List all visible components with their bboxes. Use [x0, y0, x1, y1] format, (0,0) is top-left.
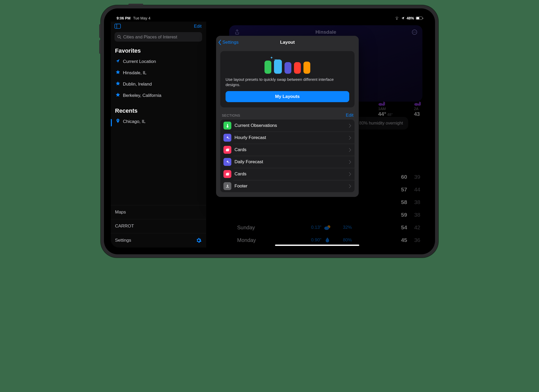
battery-pct: 48%: [407, 16, 414, 20]
humidity-text: 80% humidity overnight: [359, 121, 403, 126]
sidebar-item-current-location[interactable]: Current Location: [111, 56, 206, 67]
star-icon: [116, 81, 120, 87]
cloud-moon-icon: [378, 101, 385, 106]
hour-item: 1AM 44°48°: [378, 101, 405, 117]
back-button[interactable]: Settings: [218, 36, 238, 49]
section-footer[interactable]: Footer: [220, 180, 355, 192]
sidebar-item-favorite[interactable]: Hinsdale, IL: [111, 67, 206, 78]
svg-point-6: [414, 32, 415, 33]
location-icon: [401, 16, 405, 20]
section-current-observations[interactable]: Current Observations: [220, 120, 355, 132]
section-cards[interactable]: Cards: [220, 168, 355, 180]
sidebar-item-maps[interactable]: Maps: [111, 205, 206, 219]
section-cards[interactable]: Cards: [220, 144, 355, 156]
preset-swatch-green: [264, 61, 271, 74]
chevron-right-icon: [349, 148, 351, 152]
search-input[interactable]: Cities and Places of Interest: [114, 32, 202, 42]
recents-list: Chicago, IL: [111, 116, 206, 132]
cards-icon: [223, 146, 231, 154]
hardware-button: [99, 40, 101, 54]
rain-icon: [325, 237, 330, 243]
svg-rect-0: [115, 24, 121, 28]
layout-popover: Settings Layout ✦ ⎯: [216, 36, 359, 197]
download-icon: [223, 182, 231, 190]
chevron-right-icon: [349, 124, 351, 128]
svg-point-10: [414, 103, 418, 106]
row-label: Hourly Forecast: [234, 135, 346, 140]
sidebar-item-carrot[interactable]: CARROT: [111, 219, 206, 233]
sidebar-item-settings[interactable]: Settings: [111, 233, 206, 247]
svg-point-12: [324, 226, 329, 230]
daily-row: 5838: [235, 196, 422, 209]
svg-line-3: [120, 38, 121, 39]
hardware-button: [128, 4, 143, 5]
sidebar-item-favorite[interactable]: Dublin, Ireland: [111, 78, 206, 90]
presets-card: ✦ ⎯ Use layout presets to quickly swap b…: [220, 51, 355, 107]
popover-navbar: Settings Layout: [216, 36, 359, 49]
location-arrow-icon: [116, 58, 120, 64]
cards-icon: [223, 170, 231, 178]
svg-rect-14: [227, 148, 229, 150]
sidebar-item-label: Hinsdale, IL: [123, 70, 147, 76]
section-daily-forecast[interactable]: Daily Forecast: [220, 156, 355, 168]
chevron-right-icon: [349, 184, 351, 188]
star-icon: [116, 92, 120, 98]
favorites-header: Favorites: [111, 46, 206, 56]
thermometer-icon: [223, 122, 231, 130]
chevron-right-icon: [349, 136, 351, 140]
sparkle-icon: [223, 134, 231, 142]
svg-point-5: [413, 32, 414, 33]
sections-header: SECTIONS: [222, 113, 240, 117]
sections-list: Current Observations Hourly Forecast Car: [220, 120, 355, 192]
status-date: Tue May 4: [133, 16, 151, 20]
sidebar-item-label: Current Location: [123, 59, 156, 64]
hardware-button: [99, 24, 101, 38]
sidebar: Edit Cities and Places of Interest Favor…: [111, 22, 206, 247]
preset-swatch-blue: [274, 59, 282, 74]
row-label: Cards: [234, 171, 346, 177]
battery-icon: [416, 17, 422, 20]
pin-icon: [116, 118, 120, 125]
cloud-moon-icon: [414, 101, 421, 106]
star-icon: [116, 70, 120, 76]
sections-edit-button[interactable]: Edit: [346, 113, 353, 118]
sidebar-item-label: CARROT: [115, 224, 134, 229]
presets-description: Use layout presets to quickly swap betwe…: [226, 77, 349, 87]
chevron-left-icon: [218, 39, 222, 45]
preset-swatch-purple: [285, 62, 291, 74]
share-icon[interactable]: [234, 29, 240, 35]
wifi-icon: [395, 17, 399, 20]
preset-graphic: ✦ ⎯: [226, 55, 349, 74]
partly-cloudy-icon: [324, 225, 331, 230]
section-hourly-forecast[interactable]: Hourly Forecast: [220, 132, 355, 144]
location-name: Hinsdale: [315, 29, 336, 35]
sidebar-edit-button[interactable]: Edit: [194, 24, 202, 29]
more-icon[interactable]: [411, 29, 418, 35]
recents-header: Recents: [111, 106, 206, 116]
sidebar-item-label: Dublin, Ireland: [123, 82, 152, 87]
gear-icon: [196, 237, 202, 243]
sparkle-icon: ✦ ⎯: [270, 56, 276, 60]
daily-row: Sunday0.13" 32%5442: [235, 221, 422, 234]
chevron-right-icon: [349, 172, 351, 176]
home-indicator[interactable]: [275, 245, 359, 246]
svg-point-2: [118, 35, 120, 38]
daily-row: 5938: [235, 209, 422, 221]
status-time: 9:06 PM: [117, 16, 131, 20]
row-label: Footer: [234, 183, 346, 189]
my-layouts-button[interactable]: My Layouts: [226, 91, 349, 102]
row-label: Current Observations: [234, 123, 346, 128]
search-icon: [117, 35, 121, 39]
row-label: Cards: [234, 147, 346, 152]
svg-point-7: [415, 32, 416, 33]
sparkle-icon: [223, 158, 231, 166]
my-layouts-label: My Layouts: [275, 94, 300, 99]
edge-indicator: [111, 119, 112, 126]
sidebar-toggle-icon[interactable]: [114, 24, 121, 29]
preset-swatch-red: [294, 62, 301, 74]
sidebar-item-label: Chicago, IL: [123, 119, 146, 124]
sidebar-item-recent[interactable]: Chicago, IL: [111, 116, 206, 127]
popover-title: Layout: [280, 40, 295, 45]
sidebar-item-favorite[interactable]: Berkeley, California: [111, 90, 206, 101]
search-placeholder: Cities and Places of Interest: [123, 34, 177, 39]
